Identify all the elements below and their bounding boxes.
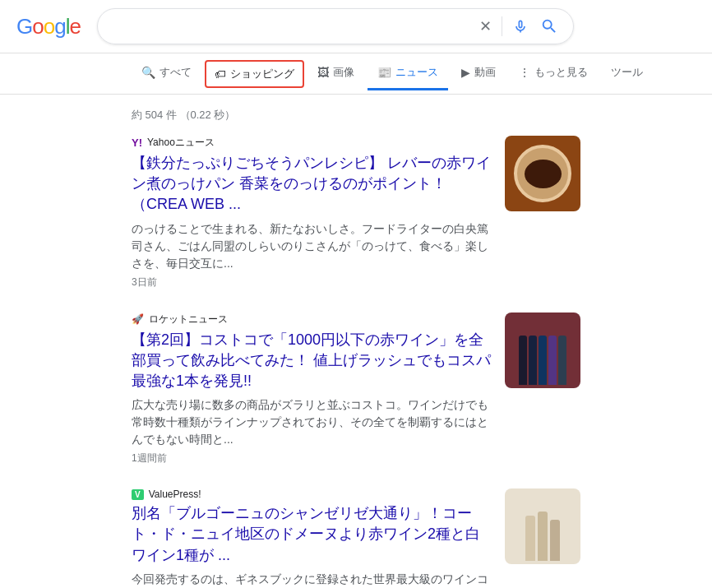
tab-tools[interactable]: ツール — [601, 57, 653, 90]
tab-video-label: 動画 — [474, 65, 496, 80]
news-date-1: 3日前 — [132, 275, 492, 289]
news-title-3[interactable]: 別名「ブルゴーニュのシャンゼリゼ大通り」！コート・ド・ニュイ地区のドメーヌより赤… — [132, 503, 492, 566]
news-icon: 📰 — [377, 66, 391, 79]
news-content-3: V ValuePress! 別名「ブルゴーニュのシャンゼリゼ大通り」！コート・ド… — [132, 488, 492, 588]
clear-button[interactable]: ✕ — [478, 16, 493, 37]
news-snippet-3: 今回発売するのは、ギネスブックに登録された世界最大級のワインコンクール「マコン … — [132, 571, 492, 588]
voice-search-button[interactable] — [511, 16, 530, 36]
tab-news[interactable]: 📰 ニュース — [368, 57, 448, 90]
news-thumbnail-3 — [505, 488, 580, 564]
news-item-3: V ValuePress! 別名「ブルゴーニュのシャンゼリゼ大通り」！コート・ド… — [132, 488, 580, 588]
news-source-2: 🚀 ロケットニュース — [132, 313, 492, 326]
news-title-1[interactable]: 【鉄分たっぷりごちそうパンレシピ】 レバーの赤ワイン煮のっけパン 香菜をのっける… — [132, 153, 492, 215]
tab-news-label: ニュース — [395, 65, 438, 80]
images-icon: 🖼 — [317, 66, 329, 79]
news-content-1: Y! Yahooニュース 【鉄分たっぷりごちそうパンレシピ】 レバーの赤ワイン煮… — [132, 136, 492, 289]
news-item: Y! Yahooニュース 【鉄分たっぷりごちそうパンレシピ】 レバーの赤ワイン煮… — [132, 136, 580, 289]
news-item-2: 🚀 ロケットニュース 【第2回】コストコで「1000円以下の赤ワイン」を全部買っ… — [132, 313, 580, 466]
tab-shopping[interactable]: 🏷 ショッピング — [205, 60, 304, 88]
nav-tabs: 🔍 すべて 🏷 ショッピング 🖼 画像 📰 ニュース ▶ 動画 ⋮ もっと見る … — [0, 53, 712, 95]
news-source-1: Y! Yahooニュース — [132, 136, 492, 150]
news-title-2[interactable]: 【第2回】コストコで「1000円以下の赤ワイン」を全部買って飲み比べてみた！ 値… — [132, 330, 492, 392]
tab-more[interactable]: ⋮ もっと見る — [509, 57, 598, 90]
tab-video[interactable]: ▶ 動画 — [451, 57, 506, 90]
google-logo: Google — [16, 14, 81, 39]
results-area: 約 504 件 （0.22 秒） Y! Yahooニュース 【鉄分たっぷりごちそ… — [0, 95, 712, 588]
source-icon-2: 🚀 — [132, 313, 144, 325]
search-bar: 赤ワイン ✕ — [97, 8, 574, 44]
tab-images-label: 画像 — [333, 65, 354, 80]
source-name-1: Yahooニュース — [147, 136, 215, 150]
tab-all[interactable]: 🔍 すべて — [132, 57, 201, 90]
search-button[interactable] — [539, 16, 560, 37]
news-thumbnail-1 — [505, 136, 580, 211]
source-icon-3: V — [132, 489, 144, 500]
news-content-2: 🚀 ロケットニュース 【第2回】コストコで「1000円以下の赤ワイン」を全部買っ… — [132, 313, 492, 466]
news-snippet-2: 広大な売り場に数多の商品がズラリと並ぶコストコ。ワインだけでも常時数十種類がライ… — [132, 396, 492, 448]
source-name-2: ロケットニュース — [149, 313, 228, 326]
header: Google 赤ワイン ✕ — [0, 0, 712, 53]
tab-tools-label: ツール — [611, 65, 643, 80]
source-icon-1: Y! — [132, 137, 142, 149]
news-source-3: V ValuePress! — [132, 488, 492, 500]
divider — [502, 16, 502, 36]
news-thumbnail-2 — [505, 313, 580, 388]
video-icon: ▶ — [461, 66, 470, 79]
search-input[interactable]: 赤ワイン — [111, 19, 469, 34]
more-icon: ⋮ — [519, 66, 530, 79]
results-count: 約 504 件 （0.22 秒） — [132, 108, 580, 123]
source-name-3: ValuePress! — [149, 488, 201, 500]
shopping-icon: 🏷 — [215, 67, 226, 81]
search-icon: 🔍 — [141, 66, 155, 79]
tab-images[interactable]: 🖼 画像 — [307, 57, 364, 90]
news-snippet-1: のっけることで生まれる、新たなおいしさ。フードライターの白央篤司さん、ごはん同盟… — [132, 220, 492, 272]
tab-all-label: すべて — [160, 65, 192, 80]
tab-more-label: もっと見る — [534, 65, 588, 80]
news-date-2: 1週間前 — [132, 451, 492, 465]
tab-shopping-label: ショッピング — [230, 67, 294, 81]
